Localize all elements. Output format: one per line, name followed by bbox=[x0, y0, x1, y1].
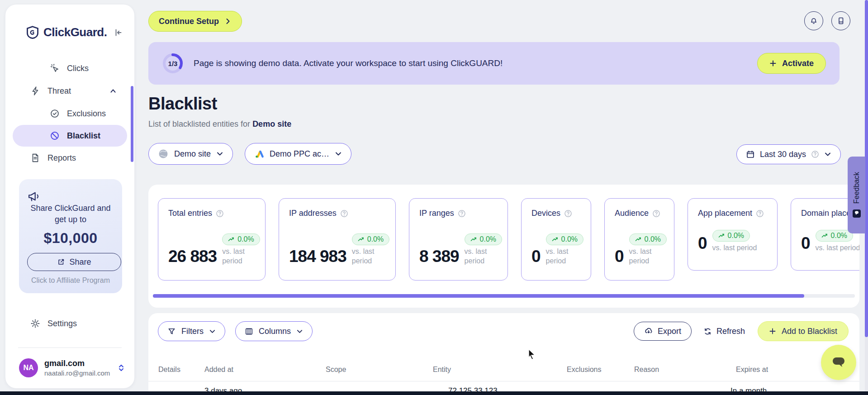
sidebar-collapse-icon[interactable] bbox=[114, 28, 123, 38]
col-exclusions[interactable]: Exclusions bbox=[567, 366, 601, 374]
stat-card-audience: Audience 0 0.0% vs. last period bbox=[604, 198, 674, 281]
sidebar-item-reports[interactable]: Reports bbox=[5, 147, 134, 169]
stat-label: Total entries bbox=[168, 209, 212, 218]
table-header-row: Details Added at Scope Entity Exclusions… bbox=[148, 361, 859, 379]
add-to-blacklist-label: Add to Blacklist bbox=[782, 327, 837, 336]
stat-value: 0 bbox=[698, 234, 707, 253]
lightning-icon bbox=[30, 86, 40, 96]
share-button[interactable]: Share bbox=[27, 253, 121, 271]
col-reason[interactable]: Reason bbox=[634, 366, 659, 374]
cards-horizontal-scrollbar[interactable] bbox=[153, 294, 855, 298]
sidebar-item-exclusions[interactable]: Exclusions bbox=[5, 102, 134, 125]
col-added-at[interactable]: Added at bbox=[204, 366, 233, 374]
demo-data-banner: 1/3 Page is showing demo data. Activate … bbox=[148, 42, 840, 85]
stat-card-ip-ranges: IP ranges 8 389 0.0% vs. last period bbox=[409, 198, 508, 281]
sidebar-divider bbox=[18, 347, 122, 348]
ban-icon bbox=[50, 131, 60, 141]
stat-label: Audience bbox=[615, 209, 649, 218]
col-details[interactable]: Details bbox=[158, 366, 180, 374]
stat-label: App placement bbox=[698, 209, 752, 218]
stat-caption: vs. last period bbox=[816, 243, 859, 253]
up-down-chevrons-icon bbox=[117, 363, 125, 372]
sidebar-scrollbar[interactable] bbox=[131, 86, 133, 162]
stat-value: 0 bbox=[801, 234, 810, 253]
stat-value: 0 bbox=[615, 247, 624, 266]
sidebar-item-threat[interactable]: Threat bbox=[5, 80, 134, 102]
continue-setup-button[interactable]: Continue Setup bbox=[148, 11, 242, 32]
stat-value: 184 983 bbox=[289, 247, 346, 266]
affiliate-promo-card[interactable]: Share ClickGuard and get up to $10,000 S… bbox=[19, 179, 122, 293]
delta-value: 0.0% bbox=[561, 235, 578, 243]
sidebar-item-label: Threat bbox=[47, 86, 71, 96]
share-button-label: Share bbox=[69, 257, 91, 267]
question-circle-icon[interactable] bbox=[216, 209, 224, 218]
ppc-account-picker[interactable]: Demo PPC ac… bbox=[245, 143, 351, 165]
columns-button[interactable]: Columns bbox=[235, 321, 313, 341]
export-button[interactable]: Export bbox=[634, 322, 692, 341]
filters-button[interactable]: Filters bbox=[158, 321, 225, 341]
delta-badge: 0.0% bbox=[222, 233, 260, 245]
chevron-right-icon bbox=[224, 18, 232, 25]
promo-amount: $10,000 bbox=[27, 230, 114, 247]
refresh-label: Refresh bbox=[716, 327, 745, 336]
globe-icon bbox=[158, 148, 169, 159]
columns-icon bbox=[245, 327, 253, 336]
table-divider bbox=[148, 381, 859, 381]
chevron-down-icon bbox=[209, 328, 216, 335]
delta-badge: 0.0% bbox=[712, 230, 750, 242]
chat-launcher-button[interactable] bbox=[821, 345, 856, 380]
bottom-edge-strip bbox=[0, 391, 868, 395]
stat-caption: vs. last period bbox=[712, 243, 757, 253]
col-expires-at[interactable]: Expires at bbox=[736, 366, 768, 374]
site-picker[interactable]: Demo site bbox=[148, 143, 233, 165]
date-range-picker[interactable]: Last 30 days bbox=[736, 144, 841, 164]
notifications-button[interactable] bbox=[804, 11, 823, 30]
question-circle-icon[interactable] bbox=[564, 209, 572, 218]
chevron-down-icon bbox=[335, 150, 342, 157]
question-circle-icon[interactable] bbox=[340, 209, 348, 218]
sidebar-item-blacklist[interactable]: Blacklist bbox=[13, 125, 127, 147]
blacklist-table-panel: Filters Columns Export bbox=[148, 313, 859, 392]
sidebar-item-clicks[interactable]: Clicks bbox=[5, 57, 134, 80]
question-circle-icon[interactable] bbox=[458, 209, 466, 218]
ppc-account-value: Demo PPC ac… bbox=[270, 149, 329, 159]
add-to-blacklist-button[interactable]: Add to Blacklist bbox=[758, 321, 849, 341]
chevron-down-icon bbox=[296, 328, 303, 335]
delta-badge: 0.0% bbox=[352, 233, 389, 245]
stat-card-total-entries: Total entries 26 883 0.0% vs. last perio… bbox=[158, 198, 266, 281]
workspace-switcher[interactable]: NA gmail.com naatali.ro@gmail.com bbox=[19, 358, 125, 377]
delta-value: 0.0% bbox=[237, 235, 254, 243]
page-subtitle-site: Demo site bbox=[252, 119, 291, 128]
delta-value: 0.0% bbox=[480, 235, 496, 243]
activate-label: Activate bbox=[782, 59, 814, 68]
sidebar-item-label: Settings bbox=[47, 319, 77, 328]
docs-button[interactable] bbox=[831, 11, 850, 30]
stat-value: 0 bbox=[531, 247, 541, 266]
col-entity[interactable]: Entity bbox=[433, 366, 451, 374]
sidebar-nav: Clicks Threat Exclusions bbox=[5, 57, 134, 169]
feedback-tab[interactable]: Feedback bbox=[848, 157, 865, 233]
activate-button[interactable]: Activate bbox=[757, 53, 826, 74]
question-circle-icon[interactable] bbox=[652, 209, 660, 218]
page-scrollbar[interactable] bbox=[865, 0, 868, 392]
sidebar-item-settings[interactable]: Settings bbox=[5, 312, 134, 335]
sidebar-item-label: Clicks bbox=[67, 64, 89, 73]
plus-icon bbox=[769, 60, 777, 67]
stat-card-ip-addresses: IP addresses 184 983 0.0% vs. last perio… bbox=[279, 198, 396, 281]
stat-caption: vs. last period bbox=[629, 247, 662, 266]
chevron-down-icon bbox=[216, 150, 223, 157]
question-circle-icon[interactable] bbox=[756, 209, 764, 218]
chevron-up-icon[interactable] bbox=[109, 87, 117, 95]
sidebar-item-label: Exclusions bbox=[67, 109, 106, 119]
stat-caption: vs. last period bbox=[465, 247, 497, 266]
stat-value: 8 389 bbox=[419, 247, 459, 266]
page-subtitle-text: List of blacklisted entities for bbox=[148, 119, 250, 128]
question-circle-icon bbox=[811, 150, 819, 158]
refresh-button[interactable]: Refresh bbox=[703, 327, 745, 336]
continue-setup-label: Continue Setup bbox=[159, 17, 219, 26]
brand-name: ClickGuard. bbox=[43, 25, 107, 39]
col-scope[interactable]: Scope bbox=[326, 366, 346, 374]
stat-label: IP addresses bbox=[289, 209, 337, 218]
delta-badge: 0.0% bbox=[465, 233, 502, 245]
sidebar-item-label: Blacklist bbox=[67, 131, 100, 141]
